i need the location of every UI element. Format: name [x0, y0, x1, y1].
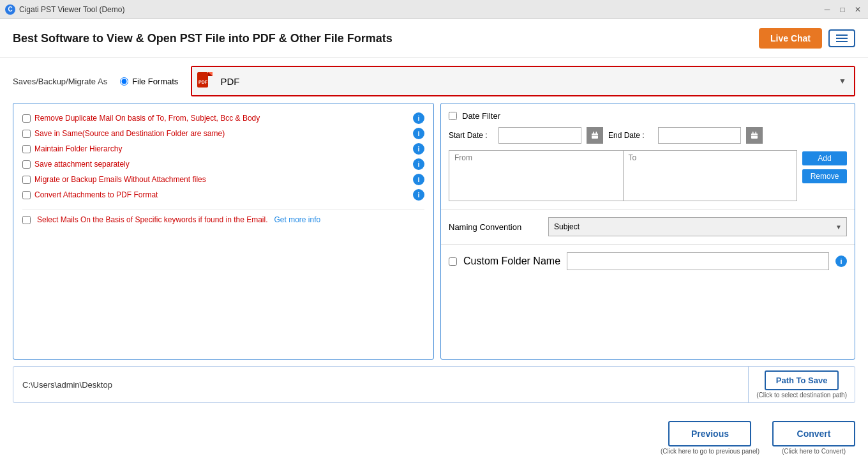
get-more-info-link[interactable]: Get more info — [274, 215, 321, 224]
file-formats-label: File Formats — [132, 77, 178, 86]
date-filter-label: Date Filter — [462, 111, 500, 121]
migrate-backup-checkbox[interactable] — [22, 176, 31, 184]
previous-button-group: Previous (Click here to go to previous p… — [661, 421, 760, 455]
naming-convention-label: Naming Convention — [449, 222, 538, 232]
calendar-icon — [590, 131, 599, 140]
custom-folder-input[interactable] — [567, 252, 829, 270]
format-select[interactable]: PDF PST MSG EML MBOX — [192, 67, 854, 95]
keywords-checkbox[interactable] — [22, 216, 31, 224]
svg-rect-7 — [596, 132, 597, 134]
from-to-inputs — [449, 150, 797, 201]
save-same-label: Save in Same(Source and Destination Fold… — [34, 129, 225, 138]
date-filter-header: Date Filter — [449, 111, 847, 121]
previous-hint: (Click here to go to previous panel) — [661, 448, 760, 455]
remove-duplicate-checkbox[interactable] — [22, 114, 31, 123]
previous-button[interactable]: Previous — [668, 421, 751, 446]
naming-convention-section: Naming Convention Subject Date From To C… — [441, 210, 855, 245]
custom-folder-checkbox[interactable] — [449, 257, 457, 266]
close-button[interactable]: ✕ — [853, 4, 863, 15]
page-title: Best Software to View & Open PST File in… — [13, 32, 393, 45]
custom-folder-section: Custom Folder Name i — [441, 245, 855, 278]
right-panel: Date Filter Start Date : — [440, 103, 855, 360]
svg-rect-12 — [756, 132, 757, 134]
option-row-3: Maintain Folder Hierarchy i — [22, 143, 424, 155]
path-to-save-wrapper: Path To Save (Click to select destinatio… — [748, 367, 855, 402]
maximize-button[interactable]: □ — [837, 4, 848, 15]
path-display: C:\Users\admin\Desktop — [13, 374, 748, 396]
start-date-picker-button[interactable] — [587, 127, 603, 144]
title-bar-text: Cigati PST Viewer Tool (Demo) — [19, 5, 124, 14]
saves-label: Saves/Backup/Migrate As — [13, 77, 107, 86]
file-formats-radio[interactable]: File Formats — [120, 77, 178, 86]
info-icon-4[interactable]: i — [413, 158, 424, 170]
start-date-label: Start Date : — [449, 131, 493, 140]
content-area: Saves/Backup/Migrate As File Formats PDF — [0, 58, 868, 411]
option-row-6: Convert Attachments to PDF Format i — [22, 189, 424, 201]
add-remove-column: Add Remove — [802, 150, 847, 183]
save-attachment-checkbox[interactable] — [22, 160, 31, 169]
save-same-checkbox[interactable] — [22, 130, 31, 138]
svg-rect-10 — [751, 133, 758, 139]
convert-attachments-label: Convert Attachments to PDF Format — [34, 190, 158, 199]
add-button[interactable]: Add — [802, 151, 847, 165]
format-dropdown-wrapper: PDF PDF PST MSG EML MBOX ▼ — [191, 66, 855, 96]
svg-rect-11 — [752, 132, 754, 134]
hamburger-icon — [836, 34, 848, 42]
header-bar: Best Software to View & Open PST File in… — [0, 19, 868, 58]
info-icon-5[interactable]: i — [413, 174, 424, 185]
title-bar: C Cigati PST Viewer Tool (Demo) ─ □ ✕ — [0, 0, 868, 19]
format-selector-row: Saves/Backup/Migrate As File Formats PDF — [13, 66, 855, 96]
calendar-icon-2 — [750, 131, 759, 140]
date-filter-checkbox[interactable] — [449, 112, 457, 120]
menu-button[interactable] — [828, 29, 855, 47]
naming-convention-select[interactable]: Subject Date From To CC — [548, 217, 847, 236]
convert-hint: (Click here to Convert) — [782, 448, 846, 455]
live-chat-button[interactable]: Live Chat — [759, 28, 822, 49]
maintain-hierarchy-checkbox[interactable] — [22, 145, 31, 153]
svg-rect-6 — [593, 132, 594, 134]
migrate-backup-label: Migrate or Backup Emails Without Attachm… — [34, 175, 206, 184]
convert-attachments-checkbox[interactable] — [22, 191, 31, 199]
convert-button[interactable]: Convert — [772, 421, 855, 446]
file-formats-radio-input[interactable] — [120, 77, 128, 86]
info-icon-3[interactable]: i — [413, 143, 424, 155]
keywords-label: Select Mails On the Basis of Specific ke… — [37, 215, 268, 224]
panels-row: Remove Duplicate Mail On basis of To, Fr… — [13, 103, 855, 360]
format-select-container: PDF PDF PST MSG EML MBOX ▼ — [192, 67, 854, 95]
from-to-container: Add Remove — [449, 150, 847, 201]
path-to-save-button[interactable]: Path To Save — [765, 370, 839, 390]
remove-button[interactable]: Remove — [802, 169, 847, 183]
maintain-hierarchy-label: Maintain Folder Hierarchy — [34, 144, 122, 153]
from-textarea[interactable] — [449, 150, 624, 201]
app-icon: C — [5, 4, 15, 15]
end-date-picker-button[interactable] — [746, 127, 763, 144]
header-actions: Live Chat — [759, 28, 855, 49]
end-date-input[interactable] — [658, 127, 741, 144]
date-range-row: Start Date : End Date : — [449, 127, 847, 144]
option-row-1: Remove Duplicate Mail On basis of To, Fr… — [22, 112, 424, 124]
keywords-row: Select Mails On the Basis of Specific ke… — [22, 210, 424, 224]
info-icon-2[interactable]: i — [413, 128, 424, 139]
main-window: Best Software to View & Open PST File in… — [0, 19, 868, 465]
to-textarea[interactable] — [624, 150, 798, 201]
start-date-input[interactable] — [498, 127, 581, 144]
option-row-2: Save in Same(Source and Destination Fold… — [22, 128, 424, 139]
end-date-label: End Date : — [608, 131, 653, 140]
option-row-4: Save attachment separately i — [22, 158, 424, 170]
path-section: C:\Users\admin\Desktop Path To Save (Cli… — [13, 366, 855, 403]
info-icon-custom-folder[interactable]: i — [835, 255, 847, 267]
info-icon-6[interactable]: i — [413, 189, 424, 201]
svg-rect-5 — [592, 133, 598, 139]
info-icon-1[interactable]: i — [413, 112, 424, 124]
option-row-5: Migrate or Backup Emails Without Attachm… — [22, 174, 424, 185]
naming-convention-select-wrapper: Subject Date From To CC — [548, 217, 847, 236]
left-panel: Remove Duplicate Mail On basis of To, Fr… — [13, 103, 434, 360]
minimize-button[interactable]: ─ — [822, 4, 832, 15]
title-bar-controls: ─ □ ✕ — [822, 4, 863, 15]
custom-folder-label: Custom Folder Name — [463, 255, 560, 267]
bottom-actions: Previous (Click here to go to previous p… — [0, 411, 868, 465]
date-filter-section: Date Filter Start Date : — [441, 103, 855, 210]
remove-duplicate-label: Remove Duplicate Mail On basis of To, Fr… — [34, 114, 260, 123]
convert-button-group: Convert (Click here to Convert) — [772, 421, 855, 455]
save-attachment-label: Save attachment separately — [34, 160, 130, 169]
